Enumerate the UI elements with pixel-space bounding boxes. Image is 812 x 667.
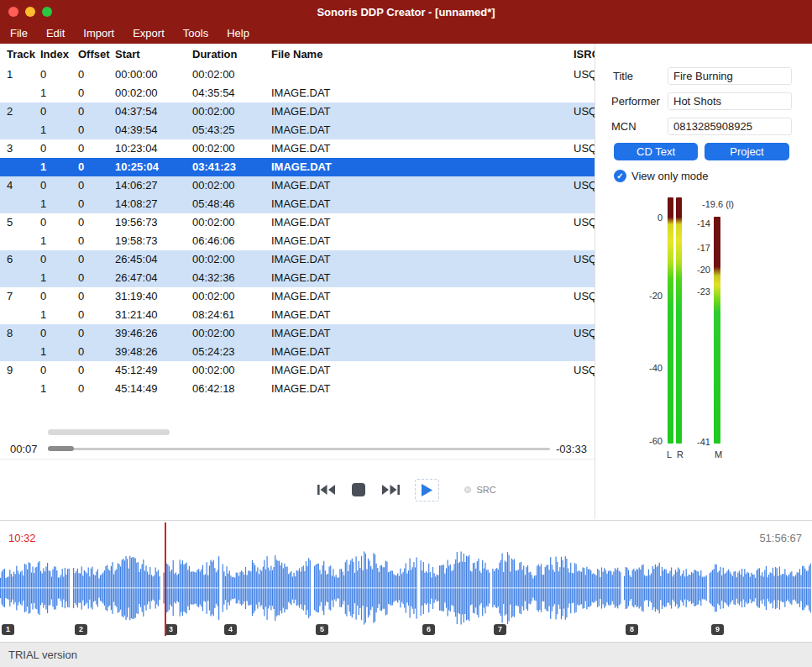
- cell-track: [7, 158, 40, 176]
- menu-item-edit[interactable]: Edit: [37, 24, 74, 44]
- cell-index: 0: [40, 250, 78, 269]
- track-badge[interactable]: 3: [165, 624, 177, 635]
- track-badge[interactable]: 8: [626, 624, 638, 635]
- title-input[interactable]: [668, 67, 792, 85]
- cell-track: 6: [7, 250, 40, 269]
- cell-isrc: [574, 121, 595, 139]
- table-row[interactable]: 20004:37:5400:02:00IMAGE.DATUSQ: [0, 102, 595, 121]
- column-header-isrc[interactable]: ISRC: [574, 44, 595, 66]
- track-badge[interactable]: 5: [316, 624, 328, 635]
- cell-duration: 00:02:00: [192, 139, 271, 158]
- cell-offset: 0: [78, 287, 115, 306]
- table-row[interactable]: 90045:12:4900:02:00IMAGE.DATUSQ: [0, 361, 595, 380]
- mcn-input[interactable]: [668, 118, 792, 135]
- waveform-divider: [0, 520, 812, 521]
- cell-start: 19:56:73: [115, 213, 192, 232]
- table-row[interactable]: 1039:48:2605:24:23IMAGE.DAT: [0, 343, 595, 361]
- cell-offset: 0: [78, 213, 115, 232]
- horizontal-scrollbar-thumb[interactable]: [48, 429, 170, 435]
- table-row[interactable]: 1045:14:4906:42:18IMAGE.DAT: [0, 380, 595, 398]
- column-header-duration[interactable]: Duration: [192, 44, 271, 66]
- cell-isrc: USQ: [574, 250, 595, 269]
- cell-duration: 00:02:00: [192, 213, 271, 232]
- project-button[interactable]: Project: [705, 143, 789, 160]
- view-only-mode-icon[interactable]: ✓: [614, 170, 626, 182]
- cd-text-button[interactable]: CD Text: [614, 143, 698, 160]
- title-bar: Sonoris DDP Creator - [unnamed*]: [0, 0, 812, 24]
- cell-isrc: [574, 84, 595, 102]
- next-track-button[interactable]: [380, 482, 401, 497]
- menu-item-tools[interactable]: Tools: [174, 24, 217, 44]
- waveform-canvas[interactable]: [0, 550, 812, 626]
- cell-index: 0: [40, 361, 78, 380]
- table-row[interactable]: 1010:25:0403:41:23IMAGE.DAT: [0, 158, 595, 176]
- cell-file: IMAGE.DAT: [271, 380, 574, 398]
- table-row[interactable]: 50019:56:7300:02:00IMAGE.DATUSQ: [0, 213, 595, 232]
- table-row[interactable]: 30010:23:0400:02:00IMAGE.DATUSQ: [0, 139, 595, 158]
- view-only-mode-label: View only mode: [631, 170, 709, 182]
- cell-offset: 0: [78, 250, 115, 269]
- track-badge[interactable]: 4: [224, 624, 237, 635]
- table-row[interactable]: 80039:46:2600:02:00IMAGE.DATUSQ: [0, 324, 595, 343]
- cell-file: IMAGE.DAT: [271, 361, 574, 380]
- meter-reading: -19.6 (l): [702, 199, 734, 209]
- src-toggle[interactable]: SRC: [464, 485, 495, 495]
- cell-isrc: USQ: [574, 102, 595, 121]
- cell-duration: 00:02:00: [192, 66, 271, 84]
- table-row[interactable]: 70031:19:4000:02:00IMAGE.DATUSQ: [0, 287, 595, 306]
- window-title: Sonoris DDP Creator - [unnamed*]: [0, 6, 812, 18]
- column-header-file[interactable]: File Name: [271, 44, 574, 66]
- track-badge[interactable]: 6: [422, 624, 435, 635]
- table-row[interactable]: 10000:00:0000:02:00USQ: [0, 66, 595, 84]
- cell-isrc: [574, 343, 595, 361]
- track-badge[interactable]: 7: [494, 624, 506, 635]
- column-header-track[interactable]: Track: [7, 44, 40, 66]
- cell-start: 14:08:27: [115, 195, 192, 213]
- cell-offset: 0: [78, 158, 115, 176]
- app-window: Sonoris DDP Creator - [unnamed*] FileEdi…: [0, 0, 812, 667]
- menu-item-file[interactable]: File: [1, 24, 37, 44]
- table-row[interactable]: 1031:21:4008:24:61IMAGE.DAT: [0, 306, 595, 324]
- table-header: TrackIndexOffsetStartDurationFile NameIS…: [0, 44, 595, 66]
- table-row[interactable]: 1004:39:5405:43:25IMAGE.DAT: [0, 121, 595, 139]
- minimize-icon[interactable]: [25, 7, 35, 17]
- stop-button[interactable]: [350, 481, 367, 498]
- performer-input[interactable]: [668, 92, 792, 110]
- menu-item-help[interactable]: Help: [217, 24, 259, 44]
- maximize-icon[interactable]: [42, 7, 52, 17]
- menu-item-import[interactable]: Import: [74, 24, 123, 44]
- table-row[interactable]: 1000:02:0004:35:54IMAGE.DAT: [0, 84, 595, 102]
- track-badge[interactable]: 1: [2, 624, 14, 635]
- column-header-offset[interactable]: Offset: [78, 44, 115, 66]
- stop-icon: [352, 483, 365, 496]
- seek-slider-progress[interactable]: [48, 446, 74, 451]
- playhead-cursor[interactable]: [165, 523, 166, 636]
- track-badge[interactable]: 2: [75, 624, 87, 635]
- meter-label-m: M: [715, 449, 722, 460]
- track-badge[interactable]: 9: [711, 624, 724, 635]
- cell-file: IMAGE.DAT: [271, 269, 574, 287]
- lr-scale-label: -20: [626, 291, 663, 301]
- cell-track: [7, 232, 40, 250]
- column-header-index[interactable]: Index: [40, 44, 78, 66]
- table-row[interactable]: 40014:06:2700:02:00IMAGE.DATUSQ: [0, 176, 595, 195]
- cell-duration: 04:35:54: [192, 84, 271, 102]
- cell-offset: 0: [78, 84, 115, 102]
- table-row[interactable]: 60026:45:0400:02:00IMAGE.DATUSQ: [0, 250, 595, 269]
- cell-file: IMAGE.DAT: [271, 139, 574, 158]
- meter-label-r: R: [677, 449, 684, 460]
- cell-start: 26:47:04: [115, 269, 192, 287]
- cell-offset: 0: [78, 361, 115, 380]
- menu-item-export[interactable]: Export: [123, 24, 174, 44]
- column-header-start[interactable]: Start: [115, 44, 192, 66]
- seek-slider[interactable]: [48, 448, 550, 450]
- cell-file: IMAGE.DAT: [271, 343, 574, 361]
- play-button[interactable]: [415, 479, 439, 502]
- cell-start: 39:46:26: [115, 324, 192, 343]
- table-row[interactable]: 1019:58:7306:46:06IMAGE.DAT: [0, 232, 595, 250]
- close-icon[interactable]: [8, 7, 18, 17]
- previous-track-button[interactable]: [316, 482, 337, 497]
- table-row[interactable]: 1026:47:0404:32:36IMAGE.DAT: [0, 269, 595, 287]
- table-row[interactable]: 1014:08:2705:48:46IMAGE.DAT: [0, 195, 595, 213]
- cell-track: [7, 306, 40, 324]
